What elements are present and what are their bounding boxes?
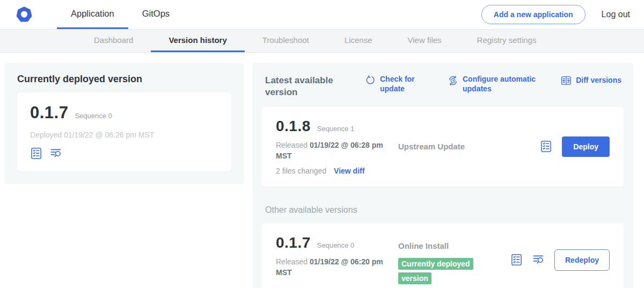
latest-available-title: Latest available version: [265, 75, 346, 98]
add-new-application-button[interactable]: Add a new application: [481, 5, 586, 24]
logout-link[interactable]: Log out: [602, 10, 630, 19]
diff-versions-link[interactable]: Diff versions: [561, 75, 621, 86]
diff-versions-label: Diff versions: [576, 76, 621, 85]
app-logo[interactable]: [15, 0, 33, 29]
other-sequence-label: Sequence 0: [317, 241, 354, 249]
subnav-tab-registry-settings[interactable]: Registry settings: [459, 30, 554, 52]
files-changed-label: 2 files changed: [276, 167, 326, 175]
top-header: Application GitOps Add a new application…: [0, 0, 644, 30]
diff-icon: [561, 75, 572, 86]
refresh-icon: [365, 75, 376, 86]
main-content: Currently deployed version 0.1.7 Sequenc…: [0, 53, 644, 288]
deploy-logs-icon[interactable]: [50, 147, 62, 160]
currently-deployed-badge: Currently deployed version: [398, 258, 473, 284]
other-version-row: 0.1.7 Sequence 0 Released 01/19/22 @ 06:…: [262, 224, 624, 288]
tab-gitops[interactable]: GitOps: [128, 0, 184, 29]
redeploy-button[interactable]: Redeploy: [554, 249, 610, 271]
view-diff-link[interactable]: View diff: [334, 167, 364, 175]
released-label: Released: [276, 141, 308, 149]
currently-deployed-card: Currently deployed version 0.1.7 Sequenc…: [4, 63, 244, 184]
auto-update-icon: [448, 75, 458, 86]
deployed-timestamp: Deployed 01/19/22 @ 06:26 pm MST: [30, 131, 218, 139]
deployed-version-number: 0.1.7: [30, 103, 68, 123]
configure-automatic-updates-link[interactable]: Configure automatic updates: [448, 75, 555, 93]
subnav-tab-version-history[interactable]: Version history: [151, 30, 244, 52]
subnav-tab-view-files[interactable]: View files: [390, 30, 459, 52]
preflight-checklist-icon[interactable]: [540, 140, 552, 153]
preflight-checklist-icon[interactable]: [510, 254, 523, 266]
latest-source-label: Upstream Update: [398, 142, 540, 151]
configure-automatic-updates-label: Configure automatic updates: [463, 75, 555, 93]
other-available-versions-title: Other available versions: [265, 205, 624, 215]
other-source-label: Online Install: [398, 241, 510, 250]
subnav-tab-troubleshoot[interactable]: Troubleshoot: [245, 30, 327, 52]
deployed-sequence-label: Sequence 0: [75, 112, 112, 120]
check-for-update-link[interactable]: Check for update: [365, 75, 424, 93]
latest-released-timestamp: Released 01/19/22 @ 06:28 pm MST: [276, 140, 389, 161]
kots-logo-icon: [15, 5, 33, 24]
deployed-version-card: 0.1.7 Sequence 0 Deployed 01/19/22 @ 06:…: [17, 92, 231, 171]
preflight-checklist-icon[interactable]: [30, 147, 42, 160]
header-right: Add a new application Log out: [481, 0, 630, 29]
subnav-tab-dashboard[interactable]: Dashboard: [76, 30, 151, 52]
header-tabs: Application GitOps: [57, 0, 184, 29]
tab-application[interactable]: Application: [57, 0, 128, 29]
other-version-number: 0.1.7: [276, 234, 311, 251]
panel-header: Latest available version Check for updat…: [262, 74, 624, 98]
app-subnav: Dashboard Version history Troubleshoot L…: [0, 30, 644, 53]
tab-application-label: Application: [71, 9, 114, 19]
released-label: Released: [276, 257, 308, 266]
subnav-tab-license[interactable]: License: [327, 30, 390, 52]
other-released-timestamp: Released 01/19/22 @ 06:20 pm MST: [276, 257, 389, 278]
latest-version-row: 0.1.8 Sequence 1 Released 01/19/22 @ 06:…: [262, 107, 624, 187]
tab-gitops-label: GitOps: [142, 9, 170, 19]
deploy-button[interactable]: Deploy: [562, 136, 610, 157]
check-for-update-label: Check for update: [380, 75, 424, 93]
latest-sequence-label: Sequence 1: [317, 125, 354, 133]
deploy-logs-icon[interactable]: [532, 254, 545, 266]
available-versions-panel: Latest available version Check for updat…: [252, 63, 633, 288]
latest-version-number: 0.1.8: [276, 118, 311, 135]
currently-deployed-title: Currently deployed version: [17, 74, 231, 85]
other-source-block: Online Install Currently deployed versio…: [398, 241, 510, 285]
